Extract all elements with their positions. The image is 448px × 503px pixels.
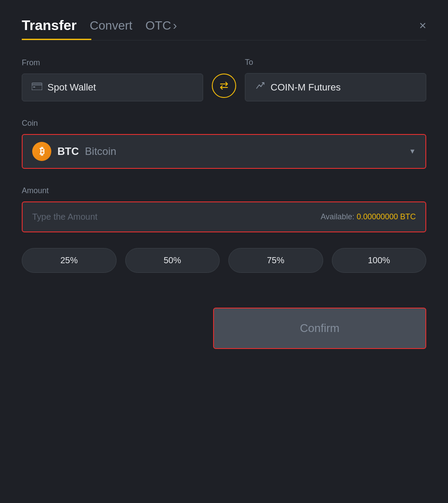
amount-placeholder: Type the Amount — [32, 212, 97, 222]
btc-icon: ₿ — [32, 142, 51, 161]
swap-container — [203, 61, 245, 98]
available-amount: 0.00000000 BTC — [357, 212, 416, 221]
coin-symbol: BTC — [57, 145, 79, 158]
from-to-section: From Spot Wallet — [22, 58, 426, 101]
coin-selector[interactable]: ₿ BTC Bitcoin ▼ — [22, 134, 426, 169]
coin-label: Coin — [22, 119, 426, 128]
coin-section: Coin ₿ BTC Bitcoin ▼ — [22, 119, 426, 169]
modal-header: Transfer Convert OTC › × — [22, 17, 426, 34]
swap-button[interactable] — [212, 74, 236, 98]
to-label: To — [245, 58, 426, 67]
to-wallet-name: COIN-M Futures — [271, 82, 341, 93]
header-divider — [22, 40, 426, 40]
confirm-button[interactable]: Confirm — [213, 308, 426, 349]
percent-50-button[interactable]: 50% — [125, 248, 220, 273]
coin-full-name: Bitcoin — [85, 145, 116, 158]
percent-25-button[interactable]: 25% — [22, 248, 117, 273]
tab-otc[interactable]: OTC › — [145, 19, 177, 33]
from-wallet-selector[interactable]: Spot Wallet — [22, 74, 203, 101]
to-group: To COIN-M Futures — [245, 58, 426, 101]
percent-buttons: 25% 50% 75% 100% — [22, 248, 426, 273]
bottom-section: Confirm — [22, 308, 426, 349]
available-text: Available: 0.00000000 BTC — [321, 212, 416, 221]
svg-rect-1 — [33, 87, 35, 87]
amount-input-container[interactable]: Type the Amount Available: 0.00000000 BT… — [22, 201, 426, 232]
transfer-modal: Transfer Convert OTC › × From Spot Walle… — [0, 0, 448, 503]
futures-icon — [255, 81, 265, 93]
amount-section: Amount Type the Amount Available: 0.0000… — [22, 186, 426, 232]
percent-75-button[interactable]: 75% — [228, 248, 323, 273]
amount-label: Amount — [22, 186, 426, 195]
tab-convert[interactable]: Convert — [90, 19, 132, 33]
percent-100-button[interactable]: 100% — [332, 248, 427, 273]
from-group: From Spot Wallet — [22, 58, 203, 101]
from-label: From — [22, 58, 203, 67]
available-label: Available: — [321, 212, 354, 221]
close-button[interactable]: × — [419, 20, 426, 32]
from-wallet-name: Spot Wallet — [47, 82, 96, 93]
svg-rect-0 — [32, 83, 42, 90]
to-wallet-selector[interactable]: COIN-M Futures — [245, 73, 426, 101]
chevron-right-icon: › — [173, 19, 177, 33]
tab-transfer[interactable]: Transfer — [22, 17, 77, 34]
chevron-down-icon: ▼ — [409, 148, 416, 155]
wallet-icon — [32, 82, 42, 92]
